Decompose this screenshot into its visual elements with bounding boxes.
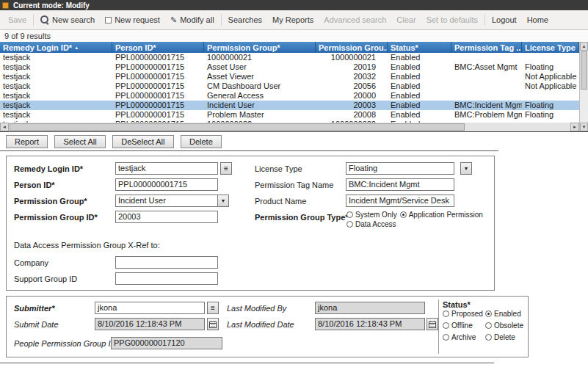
- select-all-button[interactable]: Select All: [54, 135, 105, 148]
- license-type-dropdown-button[interactable]: ▼: [460, 162, 472, 175]
- toolbar-modify-all[interactable]: ✎Modify all: [165, 10, 219, 29]
- toolbar-new-request[interactable]: New request: [100, 10, 165, 29]
- people-permission-group-id-label: People Permission Group ID: [14, 339, 116, 348]
- cell: Enabled: [388, 81, 451, 91]
- scroll-up-button[interactable]: ▲: [580, 42, 588, 51]
- radio-offline[interactable]: Offline: [443, 321, 482, 330]
- cell: PPL000000001715: [112, 101, 204, 110]
- cell: Asset Viewer: [204, 72, 316, 81]
- column-header-license-type[interactable]: License Type: [522, 42, 579, 53]
- product-name-label: Product Name: [255, 197, 306, 206]
- horizontal-scroll-thumb[interactable]: [10, 123, 465, 131]
- chevron-down-icon: ▼: [221, 198, 226, 203]
- submitter-menu-button[interactable]: ≡: [207, 302, 219, 314]
- toolbar-label: My Reports: [272, 15, 313, 24]
- radio-archive[interactable]: Archive: [443, 333, 482, 341]
- vertical-scrollbar[interactable]: ▲ ▼: [579, 42, 588, 131]
- column-header-person-id[interactable]: Person ID*: [112, 42, 204, 53]
- cell: Floating: [522, 110, 579, 120]
- product-name-input[interactable]: Incident Mgmt/Service Desk: [346, 195, 454, 207]
- vertical-scroll-track[interactable]: [580, 51, 588, 123]
- report-button[interactable]: Report: [6, 135, 48, 148]
- license-type-label: License Type: [255, 164, 302, 173]
- company-input[interactable]: [115, 256, 218, 269]
- radio-button-icon: [485, 322, 492, 329]
- delete-button[interactable]: Delete: [181, 135, 222, 148]
- toolbar-home[interactable]: Home: [522, 10, 553, 29]
- toolbar-label: Logout: [492, 15, 517, 24]
- radio-button-icon: [400, 211, 407, 218]
- results-table: Remedy Login ID*▲Person ID*Permission Gr…: [0, 42, 588, 132]
- cell: Problem Master: [204, 110, 316, 120]
- cell: 20032: [316, 72, 388, 81]
- radio-proposed[interactable]: Proposed: [443, 310, 482, 318]
- radio-delete[interactable]: Delete: [485, 333, 523, 341]
- remedy-login-id-input[interactable]: testjack: [115, 162, 218, 175]
- toolbar-my-reports[interactable]: My Reports: [267, 10, 319, 29]
- permission-group-label: Permission Group*: [14, 197, 87, 206]
- table-row[interactable]: testjackPPL000000001715CM Dashboard User…: [0, 81, 579, 91]
- radio-obsolete[interactable]: Obsolete: [485, 321, 523, 330]
- horizontal-scrollbar[interactable]: ◄ ►: [0, 123, 579, 131]
- table-row[interactable]: testjackPPL000000001715Asset User20019En…: [0, 62, 579, 72]
- new-request-icon: [105, 17, 112, 23]
- toolbar-new-search[interactable]: New search: [35, 10, 100, 29]
- column-header-label: Status*: [391, 43, 418, 52]
- table-row-selected[interactable]: testjackPPL000000001715Incident User2000…: [0, 101, 579, 110]
- toolbar-label: Clear: [396, 15, 415, 24]
- column-header-permission-group[interactable]: Permission Group*: [204, 42, 316, 53]
- results-summary: 9 of 9 results: [0, 30, 588, 42]
- license-type-input[interactable]: Floating: [346, 162, 454, 175]
- vertical-scroll-thumb[interactable]: [581, 51, 587, 90]
- column-header-remedy-login-id[interactable]: Remedy Login ID*▲: [0, 42, 112, 53]
- submitter-input[interactable]: jkona: [95, 302, 205, 314]
- submit-date-calendar-button[interactable]: [207, 318, 219, 330]
- last-modified-by-input: jkona: [315, 302, 425, 314]
- column-header-permission-grou[interactable]: Permission Grou...: [316, 42, 388, 53]
- table-row[interactable]: testjackPPL000000001715Problem Master200…: [0, 110, 579, 120]
- permission-group-id-input[interactable]: 20003: [115, 211, 218, 223]
- remedy-login-id-menu-button[interactable]: ≡: [220, 162, 232, 175]
- toolbar-label: New search: [52, 15, 95, 24]
- horizontal-scroll-track[interactable]: [9, 123, 570, 131]
- cell: 20008: [316, 110, 388, 120]
- toolbar-label: Advanced search: [324, 15, 386, 24]
- permission-group-input[interactable]: Incident User: [115, 195, 218, 207]
- cell: Enabled: [388, 72, 451, 81]
- deselect-all-button[interactable]: DeSelect All: [112, 135, 173, 148]
- toolbar-logout[interactable]: Logout: [487, 10, 522, 29]
- permission-group-type-label: Permission Group Type*: [255, 213, 349, 222]
- pencil-icon: ✎: [170, 16, 177, 24]
- table-row[interactable]: testjackPPL00000000171510000000211000000…: [0, 53, 579, 62]
- person-id-input[interactable]: PPL000000001715: [115, 178, 218, 191]
- radio-data-access[interactable]: Data Access: [346, 220, 396, 228]
- scroll-down-button[interactable]: ▼: [580, 123, 588, 131]
- toolbar-label: Save: [8, 15, 26, 24]
- permission-tag-name-input[interactable]: BMC:Incident Mgmt: [346, 178, 454, 191]
- radio-button-icon: [443, 322, 449, 329]
- scroll-left-button[interactable]: ◄: [0, 123, 9, 131]
- magnifier-icon: [40, 15, 49, 24]
- column-header-status[interactable]: Status*: [388, 42, 451, 53]
- table-header-row: Remedy Login ID*▲Person ID*Permission Gr…: [0, 42, 579, 53]
- toolbar-searches[interactable]: Searches: [223, 10, 267, 29]
- toolbar-save: Save: [3, 10, 32, 29]
- radio-enabled[interactable]: Enabled: [485, 310, 523, 318]
- cell: [451, 91, 522, 101]
- table-row[interactable]: testjackPPL000000001715General Access200…: [0, 91, 579, 101]
- radio-system-only[interactable]: System Only: [346, 211, 397, 219]
- radio-application-permission[interactable]: Application Permission: [400, 211, 483, 219]
- column-header-label: Permission Group*: [207, 43, 280, 52]
- cell: 20000: [316, 91, 388, 101]
- scroll-right-button[interactable]: ►: [570, 123, 579, 131]
- cell: testjack: [0, 91, 112, 101]
- cell: testjack: [0, 72, 112, 81]
- permission-group-dropdown-button[interactable]: ▼: [217, 195, 229, 207]
- radio-button-icon: [485, 334, 492, 341]
- table-row[interactable]: testjackPPL000000001715Asset Viewer20032…: [0, 72, 579, 81]
- cell: PPL000000001715: [112, 72, 204, 81]
- support-group-id-input[interactable]: [115, 272, 218, 285]
- last-modified-date-calendar-button[interactable]: [427, 318, 438, 330]
- xref-label: Data Access Permission Group X-Ref to:: [14, 241, 160, 250]
- column-header-permission-tag[interactable]: Permission Tag ...: [451, 42, 522, 53]
